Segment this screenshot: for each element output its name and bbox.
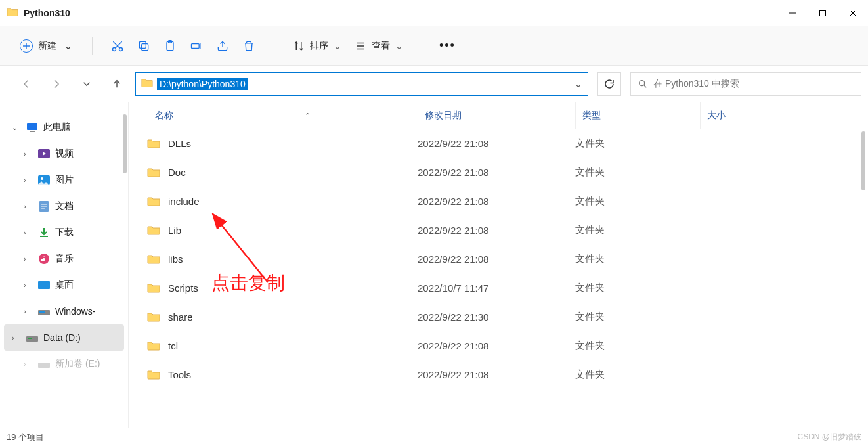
address-bar[interactable]: D:\python\Python310 ⌄	[135, 72, 588, 96]
download-icon	[38, 227, 50, 238]
file-type: 文件夹	[575, 166, 700, 179]
view-button-label: 查看	[372, 40, 390, 52]
column-name-label: 名称	[155, 110, 173, 122]
view-button[interactable]: 查看 ⌄	[348, 36, 410, 56]
file-type: 文件夹	[575, 282, 700, 294]
sidebar-item-data-d[interactable]: › Data (D:)	[4, 324, 124, 351]
folder-icon	[147, 369, 168, 380]
sidebar-item-desktop[interactable]: › 桌面	[0, 272, 128, 298]
sidebar-item-label: Windows-	[55, 306, 95, 317]
svg-rect-11	[139, 41, 146, 48]
file-date: 2022/9/22 21:08	[418, 369, 575, 380]
table-row[interactable]: share2022/9/22 21:30文件夹	[129, 302, 868, 331]
video-icon	[38, 148, 50, 160]
table-row[interactable]: Scripts2022/10/7 11:47文件夹	[129, 273, 868, 302]
table-row[interactable]: libs2022/9/22 21:08文件夹	[129, 244, 868, 273]
minimize-button[interactable]	[777, 0, 808, 26]
sidebar-item-music[interactable]: › 音乐	[0, 246, 128, 272]
table-row[interactable]: Doc2022/9/22 21:08文件夹	[129, 158, 868, 187]
svg-rect-37	[28, 338, 32, 339]
sidebar-item-videos[interactable]: › 视频	[0, 141, 128, 167]
folder-icon	[147, 225, 168, 235]
more-button[interactable]: •••	[434, 39, 461, 53]
chevron-right-icon: ›	[24, 307, 33, 315]
svg-rect-35	[39, 311, 45, 313]
status-item-count: 19 个项目	[7, 432, 44, 443]
sidebar-item-downloads[interactable]: › 下载	[0, 219, 128, 246]
sidebar-item-label: 音乐	[55, 253, 74, 265]
file-name: include	[168, 196, 418, 207]
close-button[interactable]	[838, 0, 868, 26]
search-input[interactable]: 在 Python310 中搜索	[630, 72, 861, 96]
table-row[interactable]: include2022/9/22 21:08文件夹	[129, 187, 868, 215]
table-row[interactable]: Tools2022/9/22 21:08文件夹	[129, 360, 868, 389]
svg-rect-38	[38, 363, 50, 368]
column-date[interactable]: 修改日期	[418, 102, 575, 129]
chevron-right-icon: ›	[24, 255, 33, 263]
maximize-button[interactable]	[808, 0, 838, 26]
drive-icon	[38, 305, 50, 317]
file-list: 名称 ⌃ 修改日期 类型 大小 DLLs2022/9/22 21:08文件夹Do…	[129, 102, 868, 428]
sidebar-item-windows-drive[interactable]: › Windows-	[0, 298, 128, 324]
delete-button[interactable]	[236, 33, 262, 59]
column-size-label: 大小	[707, 110, 726, 122]
file-type: 文件夹	[575, 253, 700, 265]
column-type-label: 类型	[582, 110, 601, 122]
svg-point-19	[640, 81, 645, 86]
file-date: 2022/9/22 21:08	[418, 254, 575, 265]
sidebar-item-label: Data (D:)	[43, 332, 81, 343]
rename-button[interactable]	[183, 33, 209, 59]
sidebar-item-volume-e[interactable]: › 新加卷 (E:)	[0, 351, 128, 377]
folder-icon	[7, 7, 18, 19]
sidebar-item-label: 下载	[55, 227, 74, 238]
column-name[interactable]: 名称 ⌃	[155, 110, 418, 122]
window-controls	[777, 0, 868, 26]
refresh-button[interactable]	[597, 72, 621, 96]
cut-button[interactable]	[104, 33, 131, 59]
desktop-icon	[38, 279, 50, 291]
address-path[interactable]: D:\python\Python310	[157, 78, 248, 90]
chevron-down-icon[interactable]: ⌄	[575, 79, 582, 89]
separator	[92, 37, 93, 55]
toolbar: 新建 ⌄ 排序 ⌄ 查看 ⌄ •••	[0, 26, 868, 66]
svg-rect-10	[142, 43, 148, 50]
table-row[interactable]: tcl2022/9/22 21:08文件夹	[129, 331, 868, 360]
sidebar-item-this-pc[interactable]: ⌄ 此电脑	[0, 114, 128, 141]
sidebar-item-documents[interactable]: › 文档	[0, 193, 128, 219]
sidebar-item-pictures[interactable]: › 图片	[0, 167, 128, 193]
drive-icon	[26, 332, 38, 344]
copy-button[interactable]	[131, 33, 157, 59]
file-type: 文件夹	[575, 224, 700, 236]
address-row: D:\python\Python310 ⌄ 在 Python310 中搜索	[0, 66, 868, 102]
svg-rect-33	[38, 281, 50, 289]
chevron-right-icon: ›	[24, 229, 33, 236]
file-name: Tools	[168, 369, 418, 380]
forward-button[interactable]	[45, 72, 68, 96]
column-type[interactable]: 类型	[575, 102, 700, 129]
titlebar: Python310	[0, 0, 868, 26]
pictures-icon	[38, 174, 50, 186]
column-size[interactable]: 大小	[700, 102, 868, 129]
filelist-scrollbar[interactable]	[861, 131, 865, 190]
new-button[interactable]: 新建 ⌄	[12, 35, 80, 56]
up-button[interactable]	[105, 72, 129, 96]
sidebar: ⌄ 此电脑 › 视频 › 图片 › 文档 › 下载	[0, 102, 129, 428]
file-name: tcl	[168, 340, 418, 351]
table-row[interactable]: DLLs2022/9/22 21:08文件夹	[129, 129, 868, 158]
table-row[interactable]: Lib2022/9/22 21:08文件夹	[129, 215, 868, 244]
file-type: 文件夹	[575, 311, 700, 323]
share-button[interactable]	[209, 33, 236, 59]
chevron-down-icon: ⌄	[395, 41, 403, 51]
explorer-window: Python310 新建 ⌄ 排序 ⌄ 查看	[0, 0, 868, 446]
paste-button[interactable]	[157, 33, 183, 59]
folder-icon	[147, 311, 168, 322]
chevron-right-icon: ›	[24, 150, 33, 158]
file-name: libs	[168, 254, 418, 265]
sort-button[interactable]: 排序 ⌄	[286, 36, 348, 56]
sidebar-item-label: 文档	[55, 200, 74, 212]
file-type: 文件夹	[575, 368, 700, 381]
sidebar-scrollbar[interactable]	[123, 114, 127, 173]
back-button[interactable]	[14, 72, 38, 96]
folder-icon	[147, 196, 168, 206]
recent-button[interactable]	[75, 72, 98, 96]
